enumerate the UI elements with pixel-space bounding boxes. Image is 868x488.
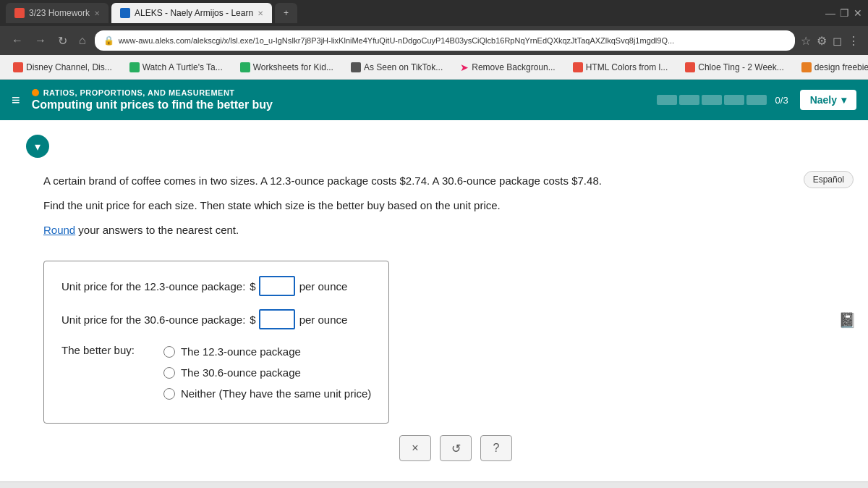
progress-area: 0/3 [657, 95, 788, 106]
progress-box-3 [702, 95, 722, 105]
radio-input-2[interactable] [163, 367, 175, 379]
new-tab-button[interactable]: + [275, 3, 297, 23]
radio-option-2[interactable]: The 30.6-ounce package [163, 366, 371, 379]
problem-area: A certain brand of coffee comes in two s… [0, 172, 868, 476]
main-content: ≡ RATIOS, PROPORTIONS, AND MEASUREMENT C… [0, 80, 868, 488]
notebook-icon[interactable]: 📓 [838, 311, 856, 329]
clear-button[interactable]: × [399, 435, 431, 461]
better-buy-label: The better buy: [61, 342, 135, 356]
radio-option-1[interactable]: The 12.3-ounce package [163, 345, 371, 358]
bookmark-html-colors[interactable]: HTML Colors from l... [569, 61, 673, 74]
bookmark-icon-chloeting [685, 62, 695, 72]
aleks-header: ≡ RATIOS, PROPORTIONS, AND MEASUREMENT C… [0, 80, 868, 120]
topic-label: RATIOS, PROPORTIONS, AND MEASUREMENT [43, 88, 235, 97]
bookmark-icon-design [801, 62, 812, 72]
header-info: RATIOS, PROPORTIONS, AND MEASUREMENT Com… [32, 88, 657, 112]
user-menu-button[interactable]: Naely ▾ [800, 90, 856, 110]
collapse-button[interactable]: ▾ [26, 135, 49, 158]
tab-aleks[interactable]: ALEKS - Naely Armijos - Learn ✕ [111, 3, 272, 23]
help-button[interactable]: ? [480, 435, 512, 461]
tab-homework[interactable]: 3/23 Homework ✕ [6, 3, 109, 23]
user-chevron-icon: ▾ [841, 94, 846, 106]
problem-line2: Find the unit price for each size. Then … [43, 197, 825, 214]
per-ounce-label-2: per ounce [299, 314, 348, 326]
dollar-input-wrap-1: $ [250, 276, 294, 296]
refresh-button[interactable]: ↻ [55, 31, 70, 51]
radio-label-3: Neither (They have the same unit price) [181, 387, 371, 400]
radio-input-1[interactable] [163, 346, 175, 358]
bookmark-worksheets[interactable]: Worksheets for Kid... [236, 61, 338, 74]
answer-box: Unit price for the 12.3-ounce package: $… [43, 261, 389, 424]
better-buy-section: The better buy: The 12.3-ounce package T… [61, 342, 371, 408]
url-text: www-awu.aleks.com/alekscgi/x/lsl.exe/1o_… [119, 36, 786, 45]
bookmark-label-worksheets: Worksheets for Kid... [253, 62, 333, 72]
username-label: Naely [810, 94, 837, 106]
unit-price-input-1[interactable] [259, 276, 295, 296]
maximize-button[interactable]: ❐ [840, 7, 849, 19]
bookmarks-bar: Disney Channel, Dis... Watch A Turtle's … [0, 55, 868, 80]
address-actions: ☆ ⚙ ◻ ⋮ [801, 34, 859, 48]
progress-box-2 [679, 95, 699, 105]
bookmark-label-turtle: Watch A Turtle's Ta... [142, 62, 223, 72]
home-button[interactable]: ⌂ [76, 31, 89, 50]
progress-count: 0/3 [775, 95, 788, 106]
profile-icon[interactable]: ◻ [833, 34, 842, 48]
round-link[interactable]: Round [43, 224, 75, 236]
tab-label-aleks: ALEKS - Naely Armijos - Learn [135, 8, 253, 18]
dollar-sign-2: $ [250, 314, 255, 326]
unit-price-input-2[interactable] [259, 309, 295, 329]
close-window-button[interactable]: ✕ [854, 7, 862, 19]
menu-dots-icon[interactable]: ⋮ [848, 34, 859, 48]
dollar-sign-1: $ [250, 280, 255, 293]
tab-close-aleks[interactable]: ✕ [258, 9, 263, 17]
radio-label-2: The 30.6-ounce package [181, 366, 301, 379]
espanol-button[interactable]: Español [804, 171, 854, 188]
bookmark-star-icon[interactable]: ☆ [801, 34, 811, 48]
bookmark-icon-tiktok [351, 62, 361, 72]
bookmark-icon-htmlcolors [573, 62, 583, 72]
dollar-input-wrap-2: $ [250, 309, 294, 329]
back-button[interactable]: ← [9, 31, 26, 50]
header-title: Computing unit prices to find the better… [32, 98, 657, 112]
progress-box-1 [657, 95, 677, 105]
progress-box-4 [724, 95, 744, 105]
address-bar: ← → ↻ ⌂ 🔒 www-awu.aleks.com/alekscgi/x/l… [0, 26, 868, 55]
tab-icon-homework [14, 8, 25, 18]
radio-input-3[interactable] [163, 388, 175, 400]
bookmark-disney[interactable]: Disney Channel, Dis... [9, 61, 116, 74]
bookmark-icon-worksheets [240, 62, 250, 72]
bookmark-icon-turtle [129, 62, 140, 72]
extension-icon[interactable]: ⚙ [817, 34, 827, 48]
problem-line1: A certain brand of coffee comes in two s… [43, 172, 825, 190]
hamburger-menu-button[interactable]: ≡ [12, 92, 20, 109]
radio-label-1: The 12.3-ounce package [181, 345, 301, 358]
bookmark-turtle[interactable]: Watch A Turtle's Ta... [125, 61, 227, 74]
tab-close-homework[interactable]: ✕ [94, 9, 100, 17]
bookmark-icon-disney [13, 62, 23, 72]
bookmark-label-tiktok: As Seen on TikTok... [364, 62, 443, 72]
url-bar[interactable]: 🔒 www-awu.aleks.com/alekscgi/x/lsl.exe/1… [95, 30, 795, 51]
undo-button[interactable]: ↺ [440, 435, 472, 461]
radio-option-3[interactable]: Neither (They have the same unit price) [163, 387, 371, 400]
bookmark-design[interactable]: design freebies! - j... [797, 61, 868, 74]
bookmark-remove-bg[interactable]: ➤ Remove Backgroun... [456, 60, 559, 75]
topic-dot-icon [32, 89, 39, 96]
unit-price-row-1: Unit price for the 12.3-ounce package: $… [61, 276, 371, 296]
radio-group: The 12.3-ounce package The 30.6-ounce pa… [149, 345, 371, 408]
bookmark-icon-removebg: ➤ [460, 62, 469, 73]
row1-label: Unit price for the 12.3-ounce package: [61, 280, 245, 293]
tab-icon-aleks [120, 8, 130, 18]
tab-bar: 3/23 Homework ✕ ALEKS - Naely Armijos - … [0, 0, 868, 26]
tab-label-homework: 3/23 Homework [29, 8, 90, 18]
forward-button[interactable]: → [32, 31, 49, 50]
bookmark-label-disney: Disney Channel, Dis... [26, 62, 112, 72]
bookmark-label-removebg: Remove Backgroun... [472, 62, 555, 72]
bookmark-label-chloeting: Chloe Ting - 2 Week... [698, 62, 784, 72]
bookmark-tiktok[interactable]: As Seen on TikTok... [346, 61, 447, 74]
progress-boxes [657, 95, 767, 105]
chevron-down-icon: ▾ [35, 140, 41, 153]
bookmark-chloe-ting[interactable]: Chloe Ting - 2 Week... [681, 61, 788, 74]
new-tab-label: + [284, 8, 289, 18]
minimize-button[interactable]: — [825, 7, 835, 19]
action-buttons: × ↺ ? [87, 435, 825, 461]
